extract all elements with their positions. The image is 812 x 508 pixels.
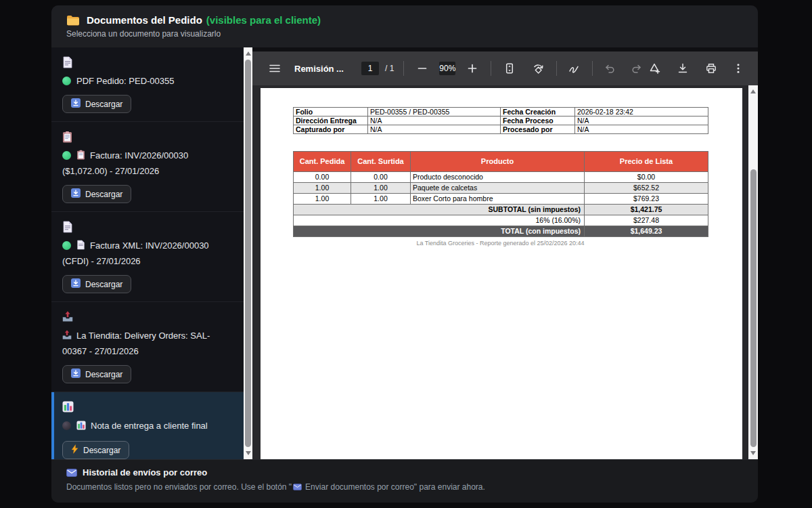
table-row: 0.00 0.00 Producto desconocido $0.00 [294, 172, 708, 183]
bar-chart-icon [76, 420, 86, 434]
document-label: La Tiendita: Delivery Orders: SAL-00367 … [62, 331, 210, 356]
pdf-page: Folio PED-00355 / PED-00355 Fecha Creaci… [261, 88, 742, 459]
annotate-pen-icon[interactable] [565, 60, 583, 77]
more-options-icon[interactable] [729, 60, 747, 77]
page-title-suffix: (visibles para el cliente) [206, 14, 321, 26]
info-label: Folio [294, 108, 368, 117]
toolbar-divider [491, 61, 491, 76]
panel-header: Documentos del Pedido (visibles para el … [51, 5, 758, 47]
document-item-factura[interactable]: Factura: INV/2026/00030 ($1,072.00) - 27… [51, 122, 244, 212]
pdf-scrollbar-thumb[interactable] [750, 169, 757, 447]
sidebar-scrollbar-thumb[interactable] [245, 60, 251, 447]
info-value: N/A [368, 125, 501, 134]
email-history-section: Historial de envíos por correo Documento… [51, 459, 758, 503]
info-value: PED-00355 / PED-00355 [368, 108, 501, 117]
order-info-table: Folio PED-00355 / PED-00355 Fecha Creaci… [293, 107, 708, 134]
column-header: Cant. Surtida [351, 152, 411, 172]
download-badge-icon [71, 188, 81, 200]
folder-icon [66, 15, 80, 26]
download-badge-icon [71, 368, 81, 380]
report-footer-note: La Tiendita Groceries - Reporte generado… [293, 240, 708, 247]
zoom-in-icon[interactable] [464, 60, 481, 77]
download-button[interactable]: Descargar [62, 441, 129, 459]
scroll-up-arrow-icon[interactable] [246, 51, 251, 56]
page-title: Documentos del Pedido [87, 14, 202, 26]
document-item-pdf-pedido[interactable]: PDF Pedido: PED-00355 Descargar [51, 47, 244, 122]
document-icon [62, 56, 233, 70]
redo-icon[interactable] [628, 60, 646, 77]
download-icon[interactable] [674, 60, 692, 77]
column-header: Cant. Pedida [294, 152, 351, 172]
clipboard-icon [76, 150, 85, 164]
table-row: 1.00 1.00 Boxer Corto para hombre $769.2… [294, 194, 708, 205]
print-icon[interactable] [702, 60, 720, 77]
zoom-level[interactable]: 90% [439, 62, 455, 75]
product-table: Cant. Pedida Cant. Surtida Producto Prec… [293, 151, 708, 237]
info-label: Capturado por [294, 125, 368, 134]
document-icon [62, 221, 233, 234]
document-list: PDF Pedido: PED-00355 Descargar [51, 47, 244, 459]
bar-chart-icon [62, 401, 233, 415]
sidebar-scrollbar[interactable] [244, 47, 252, 459]
menu-icon[interactable] [266, 60, 284, 77]
footer-title: Historial de envíos por correo [83, 467, 207, 478]
info-value: 2026-02-18 23:42 [575, 108, 708, 117]
subtotal-row: SUBTOTAL (sin impuestos) $1,421.75 [294, 205, 708, 215]
info-value: N/A [575, 125, 708, 134]
scroll-down-arrow-icon[interactable] [750, 451, 756, 455]
document-item-nota-entrega[interactable]: Nota de entrega a cliente final Descarga… [51, 392, 244, 459]
table-row: 1.00 1.00 Paquete de calcetas $652.52 [294, 183, 708, 194]
toolbar-divider [592, 61, 593, 76]
outbox-icon [62, 311, 233, 324]
scroll-down-arrow-icon[interactable] [246, 451, 251, 455]
tax-row: 16% (16.00%) $227.48 [294, 215, 708, 226]
status-dot-green [62, 151, 71, 160]
status-dot-green [62, 241, 71, 250]
zoom-out-icon[interactable] [413, 60, 431, 77]
info-label: Dirección Entrega [294, 117, 368, 125]
download-button[interactable]: Descargar [62, 185, 131, 203]
total-row: TOTAL (con impuestos) $1,649.23 [294, 226, 708, 237]
document-icon [76, 240, 85, 254]
pdf-viewer: Remisión ... / 1 90% [252, 51, 758, 459]
pdf-title: Remisión ... [294, 64, 344, 74]
flash-icon [71, 444, 78, 456]
info-label: Procesado por [501, 125, 575, 134]
send-documents-button-reference: Enviar documentos por correo [305, 482, 414, 492]
toolbar-divider [556, 61, 557, 76]
column-header: Producto [411, 152, 585, 172]
column-header: Precio de Lista [585, 152, 708, 172]
download-button[interactable]: Descargar [62, 95, 131, 113]
document-label: Nota de entrega a cliente final [91, 421, 208, 431]
document-sidebar: PDF Pedido: PED-00355 Descargar [51, 47, 252, 459]
download-button[interactable]: Descargar [62, 275, 131, 293]
document-label: PDF Pedido: PED-00355 [76, 76, 175, 86]
add-annotation-icon[interactable] [646, 60, 663, 77]
download-badge-icon [71, 278, 81, 290]
pdf-toolbar: Remisión ... / 1 90% [252, 51, 758, 85]
page-total: / 1 [385, 64, 394, 73]
status-dot-dark [62, 421, 71, 430]
scroll-up-arrow-icon[interactable] [750, 89, 756, 93]
info-label: Fecha Creación [501, 108, 575, 117]
toolbar-divider [403, 61, 404, 76]
download-button[interactable]: Descargar [62, 365, 131, 383]
document-item-delivery-orders[interactable]: La Tiendita: Delivery Orders: SAL-00367 … [51, 302, 244, 392]
outbox-icon [62, 330, 72, 344]
page-number-input[interactable] [361, 62, 379, 75]
email-icon [66, 469, 77, 477]
email-icon [293, 483, 302, 492]
order-documents-panel: Documentos del Pedido (visibles para el … [51, 5, 758, 503]
info-value: N/A [368, 117, 501, 125]
pdf-scrollbar[interactable] [748, 85, 758, 459]
undo-icon[interactable] [601, 60, 618, 77]
footer-description: Documentos listos pero no enviados por c… [66, 482, 743, 492]
rotate-icon[interactable] [529, 60, 547, 77]
status-dot-green [62, 77, 71, 85]
info-value: N/A [575, 117, 708, 125]
download-badge-icon [71, 98, 81, 110]
fit-page-icon[interactable] [501, 60, 518, 77]
clipboard-icon [62, 131, 233, 144]
document-item-factura-xml[interactable]: Factura XML: INV/2026/00030 (CFDI) - 27/… [51, 212, 244, 302]
info-label: Fecha Proceso [501, 117, 575, 125]
